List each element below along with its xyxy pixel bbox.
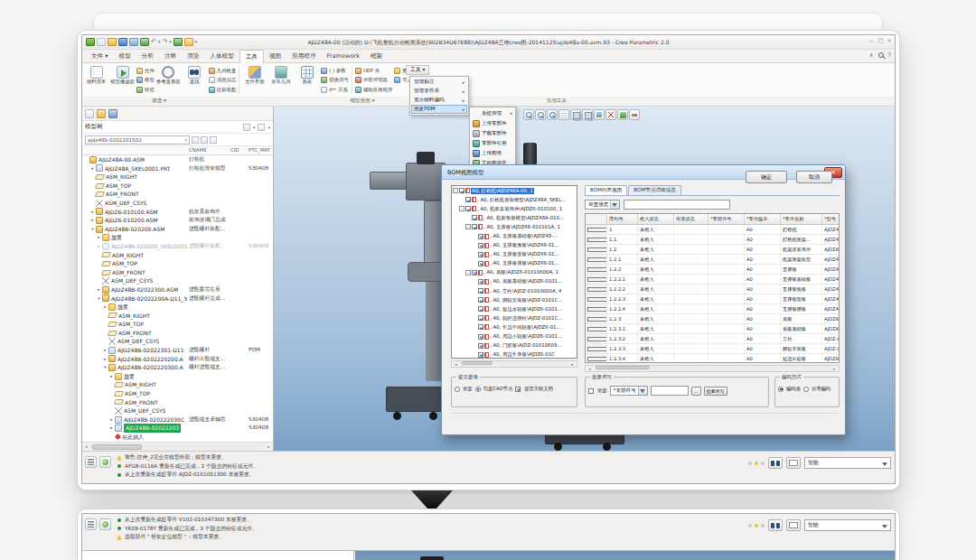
auxiliary-applications-button[interactable]: 辅助应用程序 xyxy=(355,86,392,94)
expand-icon[interactable]: ▸ xyxy=(96,285,102,294)
model-tree-row[interactable]: ASM_RIGHT xyxy=(82,251,273,260)
tools-overflow-button[interactable]: 工具 ▾ xyxy=(406,65,429,75)
compare-assembly-button[interactable]: 比较装配 xyxy=(209,86,237,94)
model-tree-row[interactable]: ▸ AJDZ48B-02022203 S30408 xyxy=(82,424,273,433)
row-checkbox[interactable] xyxy=(587,297,607,302)
tree-expand-icon[interactable]: - xyxy=(453,188,458,193)
bom-tree-row[interactable]: , A0, 支撑板角板\AJDZ48-01... xyxy=(452,241,577,250)
geometry-check-button[interactable]: 几何检查 xyxy=(209,67,237,75)
zoom-out-icon[interactable] xyxy=(535,109,546,120)
ribbon-tab[interactable]: 工具 xyxy=(239,50,264,63)
row-checkbox[interactable] xyxy=(587,347,607,351)
menu-item[interactable]: 用友PDM ▸ xyxy=(411,105,467,114)
tree-expand-icon[interactable] xyxy=(465,215,471,220)
section-icon[interactable] xyxy=(605,109,616,120)
column-header-cname[interactable]: CNAME xyxy=(189,147,207,153)
scroll-track[interactable] xyxy=(460,361,568,367)
tree-expand-icon[interactable]: - xyxy=(465,224,471,229)
scroll-thumb[interactable] xyxy=(92,444,142,450)
header-part-name[interactable]: *零件名称 xyxy=(781,214,822,224)
scroll-right-icon[interactable]: ▸ xyxy=(265,444,273,449)
tree-expand-icon[interactable] xyxy=(472,297,477,303)
model-tree-row[interactable]: ▸ 放置 xyxy=(82,233,273,242)
scroll-right-icon[interactable]: ▸ xyxy=(568,362,577,367)
model-tree-row[interactable]: ▾ AJDZ48B-02022200A-D11_5 进瓶螺杆总成... xyxy=(82,294,273,303)
browser-icon[interactable] xyxy=(99,456,111,468)
row-checkbox[interactable] xyxy=(587,357,607,361)
header-checkin-status[interactable]: 检入状态 xyxy=(638,214,674,224)
bom-table-row[interactable]: 81.2.2.3未检入A0支撑板垫板AJDZ48 xyxy=(586,294,839,304)
menu-item[interactable]: 显示物料编码 ▸ xyxy=(411,96,467,105)
saved-orientations-icon[interactable] xyxy=(582,109,593,120)
tree-show-icon[interactable] xyxy=(258,124,265,131)
tree-show-caret-icon[interactable]: ▾ xyxy=(267,125,270,130)
feature-button[interactable]: 特征 xyxy=(136,86,155,94)
tree-expand-icon[interactable]: - xyxy=(465,270,471,275)
column-header-ptc-mat[interactable]: PTC_MAT xyxy=(249,147,270,153)
search-model-icon[interactable] xyxy=(768,457,783,469)
expand-icon[interactable]: ▸ xyxy=(108,372,115,381)
tree-expand-icon[interactable] xyxy=(472,252,477,257)
tree-expand-icon[interactable] xyxy=(472,306,477,312)
tree-checkbox[interactable] xyxy=(478,234,483,239)
bom-tree-hscrollbar[interactable]: ◂ ▸ xyxy=(451,360,577,368)
batch-select-all-checkbox[interactable] xyxy=(588,388,594,394)
row-checkbox[interactable] xyxy=(587,327,607,331)
model-tree-row[interactable]: ASM_DEF_CSYS xyxy=(82,337,273,346)
tree-checkbox[interactable] xyxy=(472,215,477,220)
bom-table-row[interactable]: 111.2.3.1未检入A0底板基础板AJDZ6- xyxy=(586,324,839,334)
tree-checkbox[interactable] xyxy=(478,243,483,248)
bom-tree-row[interactable]: , A0, 长边中间轮板\AJDZ6-01... xyxy=(452,322,577,331)
expand-icon[interactable]: ▾ xyxy=(96,294,102,303)
expand-icon[interactable]: ▸ xyxy=(96,242,102,251)
tree-settings-caret-icon[interactable]: ▾ xyxy=(253,125,256,130)
tree-expand-icon[interactable] xyxy=(472,343,477,349)
tree-checkbox[interactable] xyxy=(478,352,483,358)
tree-checkbox[interactable] xyxy=(478,306,483,312)
bom-table-row[interactable]: 91.2.2.4未检入A0支撑板撑板AJDZ48 xyxy=(586,304,839,314)
selection-filter-dropdown[interactable]: 智能 xyxy=(804,457,891,469)
minimize-button[interactable]: — xyxy=(868,37,875,44)
bom-tree-row[interactable]: , A0, 支撑板基础板\AJDZ48-... xyxy=(452,231,577,240)
classified-code-radio[interactable] xyxy=(803,387,809,392)
model-tree-row[interactable]: ASM_DEF_CSYS xyxy=(82,406,273,415)
scroll-left-icon[interactable]: ◂ xyxy=(586,367,594,371)
tree-checkbox[interactable] xyxy=(459,188,465,193)
bom-dialog-tab[interactable]: BOM列表视图 xyxy=(585,185,627,195)
model-tree-row[interactable]: ▸ AJDZ6-010200.ASM 装饰玻璃门总成 xyxy=(82,216,273,225)
tree-checkbox[interactable] xyxy=(478,252,483,257)
model-tree-row[interactable]: ASM_FRONT xyxy=(82,268,273,277)
menu-item[interactable]: 管理标注 ▸ xyxy=(411,78,467,87)
model-tree-row[interactable]: ▸ 放置 xyxy=(82,372,273,381)
model-tree-row[interactable]: ASM_TOP xyxy=(82,182,273,191)
tree-expand-icon[interactable] xyxy=(472,334,477,340)
find-in-tree-icon[interactable] xyxy=(192,136,199,144)
filter-icon[interactable] xyxy=(201,136,208,144)
model-tree-row[interactable]: ASM_TOP xyxy=(82,320,273,329)
model-tree-row[interactable]: ▸ AJDZ48B-020222030C 进瓶端支承轴芯 S30408 xyxy=(82,415,273,425)
expand-icon[interactable]: ▸ xyxy=(108,424,115,433)
submenu-item[interactable]: 下载零部件 xyxy=(471,128,514,138)
model-tree-row[interactable]: ▸ AJDZ48A_SKEL0001.PRT 灯检机骨架模型 S30408 xyxy=(82,164,273,173)
row-checkbox[interactable] xyxy=(587,317,607,322)
bom-button[interactable]: 物料清单 xyxy=(84,64,108,96)
model-tree-row[interactable]: ASM_FRONT xyxy=(82,190,273,199)
tree-checkbox[interactable] xyxy=(472,224,477,229)
scroll-left-icon[interactable]: ◂ xyxy=(82,444,90,449)
select-all-radio[interactable] xyxy=(455,387,460,392)
browse-button[interactable]: ... xyxy=(691,387,701,396)
bom-table-row[interactable]: 71.2.2.2未检入A0支撑板角板AJDZ48 xyxy=(586,285,839,294)
switch-symbols-button[interactable]: 切换符号 xyxy=(321,76,349,84)
component-button[interactable]: 元件 xyxy=(136,67,155,75)
ok-button[interactable]: 确定 xyxy=(746,171,787,183)
bom-table-row[interactable]: 141.2.3.4未检入A0短边长轮板AJDZ6- xyxy=(586,354,839,363)
parameters-button[interactable]: ( ) 参数 xyxy=(321,67,349,75)
tree-expand-icon[interactable] xyxy=(472,315,477,321)
bom-tree-row[interactable]: - A0, 灯检机\AJDZ48A-00, 1 xyxy=(452,186,577,195)
row-checkbox[interactable] xyxy=(587,267,607,272)
scroll-thumb[interactable] xyxy=(596,366,650,369)
expand-icon[interactable]: ▾ xyxy=(89,225,96,234)
group-label-investigate[interactable]: 调查 ▾ xyxy=(109,98,209,105)
ribbon-tab[interactable]: 应用程序 xyxy=(286,50,321,63)
model-tree-hscrollbar[interactable]: ◂ ▸ xyxy=(82,442,273,451)
